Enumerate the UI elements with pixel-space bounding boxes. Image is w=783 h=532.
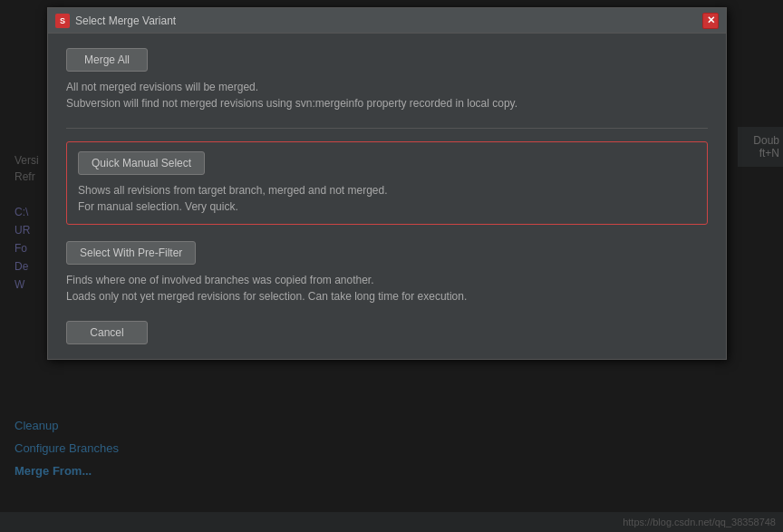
- dialog-title-text: Select Merge Variant: [75, 15, 176, 27]
- pre-filter-desc2: Loads only not yet merged revisions for …: [66, 288, 708, 305]
- select-with-pre-filter-button[interactable]: Select With Pre-Filter: [66, 241, 196, 265]
- quick-manual-desc: Shows all revisions from target branch, …: [78, 182, 696, 215]
- cancel-section: Cancel: [66, 321, 708, 344]
- dialog-content: Merge All All not merged revisions will …: [48, 34, 726, 359]
- merge-all-desc1: All not merged revisions will be merged.: [66, 79, 708, 95]
- merge-all-button[interactable]: Merge All: [66, 48, 148, 72]
- pre-filter-desc: Finds where one of involved branches was…: [66, 272, 708, 305]
- dialog-app-icon: S: [55, 14, 70, 28]
- merge-all-desc2: Subversion will find not merged revision…: [66, 95, 708, 111]
- select-merge-variant-dialog: S Select Merge Variant ✕ Merge All All n…: [47, 7, 727, 360]
- pre-filter-section: Select With Pre-Filter Finds where one o…: [66, 241, 708, 305]
- merge-all-desc: All not merged revisions will be merged.…: [66, 79, 708, 111]
- merge-all-section: Merge All All not merged revisions will …: [66, 48, 708, 111]
- pre-filter-desc1: Finds where one of involved branches was…: [66, 272, 708, 288]
- quick-manual-select-button[interactable]: Quick Manual Select: [78, 151, 205, 175]
- quick-manual-desc2: For manual selection. Very quick.: [78, 198, 696, 215]
- divider-1: [66, 128, 708, 129]
- dialog-titlebar: S Select Merge Variant ✕: [48, 8, 726, 34]
- quick-manual-section: Quick Manual Select Shows all revisions …: [66, 141, 708, 225]
- cancel-button[interactable]: Cancel: [66, 321, 148, 344]
- quick-manual-desc1: Shows all revisions from target branch, …: [78, 182, 696, 198]
- dialog-title-left: S Select Merge Variant: [55, 14, 176, 28]
- dialog-close-button[interactable]: ✕: [702, 13, 719, 29]
